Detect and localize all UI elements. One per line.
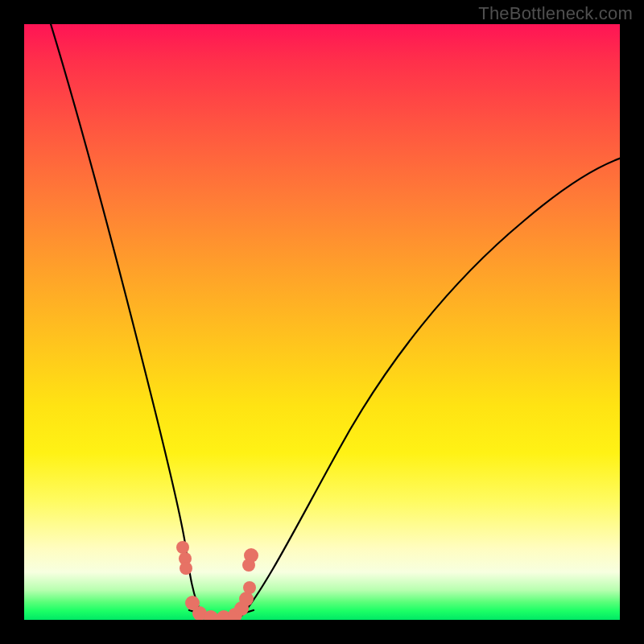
left-curve [48, 24, 203, 616]
plot-area [24, 24, 620, 620]
attribution-text: TheBottleneck.com [478, 3, 633, 24]
marker-dot [243, 581, 256, 594]
marker-group [176, 541, 258, 620]
curve-layer [24, 24, 620, 620]
marker-dot [242, 559, 255, 572]
outer-frame: TheBottleneck.com [0, 0, 644, 644]
marker-dot [180, 562, 192, 575]
marker-dot [239, 592, 254, 606]
right-curve [242, 157, 620, 616]
marker-dot [176, 541, 189, 554]
